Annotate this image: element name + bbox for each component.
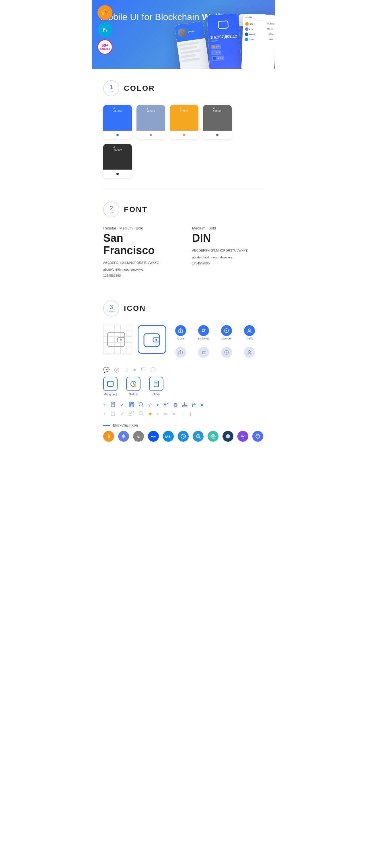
font-sf: Regular · Medium · Bold San Francisco AB… xyxy=(103,226,175,277)
search-icon-gray xyxy=(138,410,144,418)
sf-numbers: 1234567890 xyxy=(103,274,175,277)
app-icons-row: Mangment History xyxy=(103,377,264,396)
color-number: 1 ONE xyxy=(103,80,119,96)
phone-mockup-2: $ 6,297,502.12 myWallet BTC ETH xyxy=(207,13,242,69)
nav-profile-blue: Profile xyxy=(241,325,258,340)
chevron-left-icon-gray: < xyxy=(157,411,160,417)
icon-nav-row-blue: Assets Exchange xyxy=(172,325,258,340)
discover-label: Discover xyxy=(221,337,231,340)
sf-lower: abcdefghijklmnopqrstuvwxyz xyxy=(103,267,175,273)
svg-point-15 xyxy=(226,330,227,331)
phone-mockup-3: 12-298 BTC 738.2093 ETH 564.912 xyxy=(242,14,275,69)
nav-exchange-gray xyxy=(195,347,212,358)
font-title: FONT xyxy=(124,205,148,214)
svg-point-72 xyxy=(256,435,260,437)
svg-text:DASH: DASH xyxy=(165,435,171,438)
share-icon-gray: ⇦ xyxy=(163,411,168,417)
nav-discover-gray xyxy=(218,347,235,358)
plus-icon: + xyxy=(103,402,106,408)
small-icons-row-gray: + ✓ ★ < ⇦ ✕ → ℹ xyxy=(103,410,264,418)
sketch-badge xyxy=(97,5,112,20)
phone-screen-crypto: 12-298 BTC 738.2093 ETH 564.912 xyxy=(242,14,275,69)
nav-exchange-blue: Exchange xyxy=(195,325,212,340)
phone-screen-blue: $ 6,297,502.12 myWallet BTC ETH xyxy=(207,13,242,69)
order-icon-item: Order xyxy=(149,377,163,396)
gnt-icon xyxy=(207,431,219,442)
assets-icon-gray xyxy=(178,350,183,355)
svg-point-11 xyxy=(156,339,157,341)
swap-icon: ⇄ xyxy=(192,402,196,408)
din-weights: Medium · Bold xyxy=(192,226,264,230)
svg-rect-6 xyxy=(108,332,125,347)
management-icon-item: Mangment xyxy=(103,377,117,396)
layers-icon: ⨂ xyxy=(114,367,119,373)
svg-point-16 xyxy=(249,329,251,331)
order-icon-svg xyxy=(153,380,160,387)
check-icon-gray: ✓ xyxy=(120,411,124,417)
dash-icon: DASH xyxy=(163,431,174,442)
matic-icon xyxy=(237,431,248,442)
din-lower: abcdefghijklmnopqrstuvwxyz xyxy=(192,255,264,260)
hero-badges: Ps 60+ Screens xyxy=(97,5,112,55)
icon-construction-grid xyxy=(103,325,132,354)
svg-rect-39 xyxy=(132,402,133,404)
font-section-header: 2 TWO FONT xyxy=(103,202,264,217)
svg-rect-41 xyxy=(129,405,131,406)
font-grid: Regular · Medium · Bold San Francisco AB… xyxy=(103,226,264,277)
svg-point-71 xyxy=(256,434,260,438)
svg-rect-44 xyxy=(132,406,133,407)
profile-icon-gray xyxy=(247,350,252,355)
font-din: Medium · Bold DIN ABCDEFGHIJKLMNOPQRSTUV… xyxy=(192,226,264,277)
color-section: 1 ONE COLOR #3574FA #8DA0C8 #F5A6 xyxy=(92,69,275,190)
svg-line-56 xyxy=(142,414,143,416)
color-swatches: #3574FA #8DA0C8 #F5A623 xyxy=(103,105,264,178)
svg-text:Ł: Ł xyxy=(137,434,140,439)
svg-point-21 xyxy=(249,350,251,352)
nav-assets-gray xyxy=(172,347,189,358)
history-icon-item: History xyxy=(126,377,140,396)
blockchain-label-row: BlockChain Icon xyxy=(103,424,264,427)
din-name: DIN xyxy=(192,232,264,244)
color-swatch-orange: #F5A623 xyxy=(170,105,198,139)
chat-bubble-icon: 💬 xyxy=(103,367,110,373)
close-icon: ✕ xyxy=(200,402,204,408)
upload-icon xyxy=(182,402,188,409)
profile-label: Profile xyxy=(246,337,253,340)
sf-weights: Regular · Medium · Bold xyxy=(103,226,175,230)
nav-discover-blue: Discover xyxy=(218,325,235,340)
profile-icon xyxy=(247,328,252,333)
screens-badge: 60+ Screens xyxy=(97,39,112,55)
btc-icon: ₿ xyxy=(103,431,114,442)
small-icons-row-blue: + ✓ ☆ < ⚙ ⇄ ✕ xyxy=(103,402,264,409)
search-icon xyxy=(138,402,144,409)
share-icon xyxy=(163,402,169,409)
color-swatch-gray: #666666 xyxy=(203,105,232,139)
wallet-outline-icon xyxy=(106,330,129,349)
waves-icon xyxy=(148,431,159,442)
svg-rect-53 xyxy=(132,411,134,413)
settings-icon: ⚙ xyxy=(173,402,178,408)
svg-point-67 xyxy=(198,435,199,437)
svg-point-55 xyxy=(139,411,142,415)
message-icon: 🗨 xyxy=(141,367,146,373)
blockchain-label-text: BlockChain Icon xyxy=(113,424,138,427)
color-section-header: 1 ONE COLOR xyxy=(103,80,264,96)
svg-rect-22 xyxy=(108,381,113,386)
ps-label: Ps xyxy=(102,27,108,33)
sf-name: San Francisco xyxy=(103,232,175,257)
exchange-icon xyxy=(201,328,206,333)
order-icon-box xyxy=(149,377,163,391)
color-swatch-grayblue: #8DA0C8 xyxy=(137,105,165,139)
nav-assets-blue: Assets xyxy=(172,325,189,340)
icon-number: 3 THREE xyxy=(103,301,119,316)
phone-mockups: Profile $ 6,297,502.12 myWallet xyxy=(177,14,275,69)
icon-title: ICON xyxy=(124,304,146,313)
small-icons-row-top: 💬 ⨂ ☽ ● 🗨 ⓘ xyxy=(103,366,264,373)
blockchain-line xyxy=(103,425,110,426)
icon-section-header: 3 THREE ICON xyxy=(103,301,264,316)
svg-rect-23 xyxy=(108,381,113,383)
circle-icon: ● xyxy=(133,367,136,373)
history-icon-svg xyxy=(130,380,137,387)
svg-rect-42 xyxy=(132,405,133,406)
phone-screen-sidebar: Profile xyxy=(174,21,210,69)
